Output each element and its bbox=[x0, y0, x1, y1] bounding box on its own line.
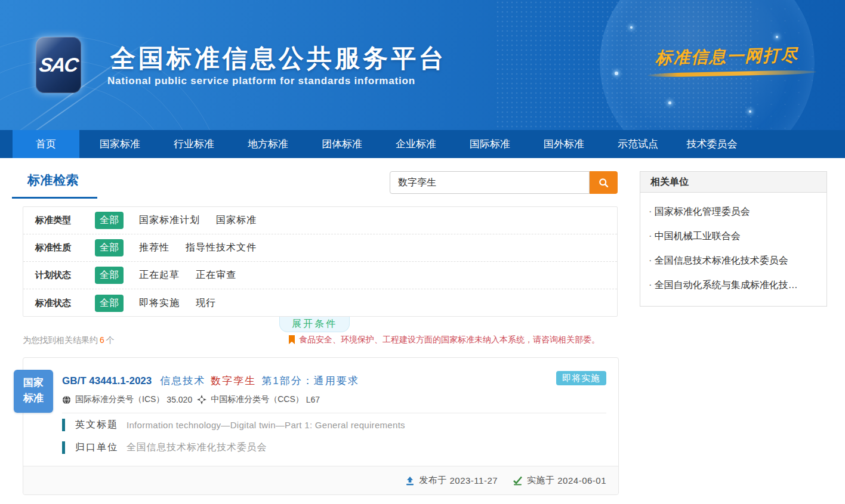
filter-box: 标准类型 全部 国家标准计划 国家标准 标准性质 全部 推荐性 指导性技术文件 … bbox=[23, 206, 618, 317]
filter-all-badge[interactable]: 全部 bbox=[95, 267, 124, 284]
published-date: 2023-11-27 bbox=[449, 475, 498, 486]
spark bbox=[749, 110, 751, 113]
standard-title-seg1[interactable]: 信息技术 bbox=[160, 375, 205, 386]
nav-item-national-standards[interactable]: 国家标准 bbox=[87, 130, 153, 158]
filter-label: 标准类型 bbox=[35, 215, 95, 226]
ccs-label: 中国标准分类号（CCS） bbox=[211, 394, 304, 405]
filter-option[interactable]: 正在审查 bbox=[196, 269, 236, 282]
publish-upload-icon bbox=[405, 476, 415, 486]
nav-item-pilot[interactable]: 示范试点 bbox=[605, 130, 671, 158]
spark bbox=[668, 101, 671, 104]
nav-item-group-standards[interactable]: 团体标准 bbox=[309, 130, 375, 158]
teal-bar bbox=[62, 441, 65, 454]
filter-all-badge[interactable]: 全部 bbox=[95, 239, 124, 256]
ics-label: 国际标准分类号（ICS） bbox=[75, 394, 164, 405]
related-unit-item[interactable]: 全国信息技术标准化技术委员会 bbox=[640, 249, 827, 273]
type-badge-line2: 标准 bbox=[14, 391, 53, 406]
banner: SAC 全国标准信息公共服务平台 National public service… bbox=[0, 0, 845, 130]
related-units-panel: 相关单位 国家标准化管理委员会 中国机械工业联合会 全国信息技术标准化技术委员会… bbox=[640, 171, 827, 307]
spark bbox=[776, 36, 778, 38]
card-row-committee: 归口单位 全国信息技术标准化技术委员会 bbox=[62, 441, 267, 454]
published-label: 发布于 bbox=[419, 475, 447, 486]
related-unit-item[interactable]: 中国机械工业联合会 bbox=[640, 224, 827, 249]
result-count-number: 6 bbox=[98, 335, 106, 345]
site-title-cn: 全国标准信息公共服务平台 bbox=[110, 42, 447, 75]
nav-item-foreign-standards[interactable]: 国外标准 bbox=[531, 130, 597, 158]
filter-option[interactable]: 指导性技术文件 bbox=[186, 242, 257, 254]
standard-code[interactable]: GB/T 43441.1-2023 bbox=[62, 375, 152, 386]
sac-logo[interactable]: SAC bbox=[36, 37, 81, 93]
nav-item-home[interactable]: 首页 bbox=[13, 130, 79, 158]
card-footer: 发布于 2023-11-27 实施于 2024-06-01 bbox=[23, 466, 618, 494]
standard-title[interactable]: GB/T 43441.1-2023信息技术数字孪生第1部分：通用要求 bbox=[62, 374, 359, 388]
type-badge-line1: 国家 bbox=[14, 375, 53, 391]
ccs-compass-icon bbox=[197, 395, 206, 404]
standard-type-badge: 国家标准 bbox=[14, 370, 53, 413]
nav-item-technical-committee[interactable]: 技术委员会 bbox=[679, 130, 745, 158]
bookmark-icon bbox=[288, 335, 295, 345]
result-count-prefix: 为您找到相关结果约 bbox=[23, 335, 98, 345]
related-units-list: 国家标准化管理委员会 中国机械工业联合会 全国信息技术标准化技术委员会 全国自动… bbox=[640, 193, 827, 307]
ics-value: 35.020 bbox=[166, 395, 192, 404]
filter-all-badge[interactable]: 全部 bbox=[95, 295, 124, 312]
nav-item-industry-standards[interactable]: 行业标准 bbox=[161, 130, 227, 158]
filter-label: 标准状态 bbox=[35, 298, 95, 309]
result-count: 为您找到相关结果约6个 bbox=[23, 335, 115, 346]
nav-item-local-standards[interactable]: 地方标准 bbox=[235, 130, 301, 158]
expand-conditions-button[interactable]: 展开条件 bbox=[279, 317, 350, 332]
implement-check-icon bbox=[513, 476, 523, 486]
nav-item-international-standards[interactable]: 国际标准 bbox=[457, 130, 523, 158]
filter-row-nature: 标准性质 全部 推荐性 指导性技术文件 bbox=[23, 234, 617, 262]
sac-logo-text: SAC bbox=[38, 54, 79, 76]
teal-bar bbox=[62, 419, 65, 431]
section-title-standard-search: 标准检索 bbox=[27, 172, 79, 188]
filter-all-badge[interactable]: 全部 bbox=[95, 212, 124, 229]
implemented-label: 实施于 bbox=[527, 475, 555, 486]
filter-row-plan-status: 计划状态 全部 正在起草 正在审查 bbox=[23, 262, 617, 289]
implemented-group: 实施于 2024-06-01 bbox=[513, 475, 606, 486]
implemented-date: 2024-06-01 bbox=[557, 475, 606, 486]
notice: 食品安全、环境保护、工程建设方面的国家标准未纳入本系统，请咨询相关部委。 bbox=[288, 335, 600, 345]
card-row-value: 全国信息技术标准化技术委员会 bbox=[127, 441, 267, 454]
published-group: 发布于 2023-11-27 bbox=[405, 475, 498, 486]
card-row-english-title: 英文标题 Information technology—Digital twin… bbox=[62, 419, 405, 431]
result-count-suffix: 个 bbox=[106, 335, 115, 345]
filter-label: 计划状态 bbox=[35, 270, 95, 281]
nav-item-enterprise-standards[interactable]: 企业标准 bbox=[383, 130, 449, 158]
filter-option[interactable]: 国家标准 bbox=[216, 214, 257, 227]
related-units-title: 相关单位 bbox=[640, 171, 827, 193]
related-unit-item[interactable]: 国家标准化管理委员会 bbox=[640, 200, 827, 224]
filter-row-standard-status: 标准状态 全部 即将实施 现行 bbox=[23, 289, 617, 317]
card-meta: 国际标准分类号（ICS） 35.020 中国标准分类号（CCS） L67 bbox=[62, 394, 320, 406]
main-nav: 首页 国家标准 行业标准 地方标准 团体标准 企业标准 国际标准 国外标准 示范… bbox=[0, 130, 845, 158]
banner-slogan: 标准信息一网打尽 bbox=[655, 44, 799, 69]
spark bbox=[630, 26, 633, 29]
filter-option[interactable]: 推荐性 bbox=[139, 242, 169, 254]
site-title-en: National public service platform for sta… bbox=[107, 75, 415, 87]
result-card: 国家标准 GB/T 43441.1-2023信息技术数字孪生第1部分：通用要求 … bbox=[23, 357, 619, 495]
filter-label: 标准性质 bbox=[35, 242, 95, 253]
spark bbox=[615, 72, 618, 75]
ccs-value: L67 bbox=[306, 395, 320, 404]
card-separator bbox=[62, 413, 606, 413]
filter-option[interactable]: 正在起草 bbox=[139, 269, 180, 282]
globe-icon bbox=[62, 395, 71, 404]
search-input[interactable] bbox=[390, 171, 590, 194]
search-icon bbox=[599, 178, 609, 188]
notice-text: 食品安全、环境保护、工程建设方面的国家标准未纳入本系统，请咨询相关部委。 bbox=[299, 335, 600, 345]
filter-option[interactable]: 现行 bbox=[196, 297, 216, 310]
standard-title-highlight[interactable]: 数字孪生 bbox=[211, 375, 256, 386]
card-row-label: 归口单位 bbox=[75, 441, 127, 454]
filter-option[interactable]: 国家标准计划 bbox=[139, 214, 200, 227]
page: SAC 全国标准信息公共服务平台 National public service… bbox=[0, 0, 845, 504]
related-unit-item[interactable]: 全国自动化系统与集成标准化技… bbox=[640, 273, 827, 298]
filter-option[interactable]: 即将实施 bbox=[139, 297, 180, 310]
card-row-label: 英文标题 bbox=[75, 419, 127, 431]
standard-title-seg2[interactable]: 第1部分：通用要求 bbox=[261, 375, 359, 386]
card-row-value: Information technology—Digital twin—Part… bbox=[127, 420, 405, 430]
search-button[interactable] bbox=[590, 171, 618, 194]
status-badge: 即将实施 bbox=[556, 371, 606, 385]
section-title-underline bbox=[12, 197, 97, 199]
filter-row-type: 标准类型 全部 国家标准计划 国家标准 bbox=[23, 207, 617, 234]
